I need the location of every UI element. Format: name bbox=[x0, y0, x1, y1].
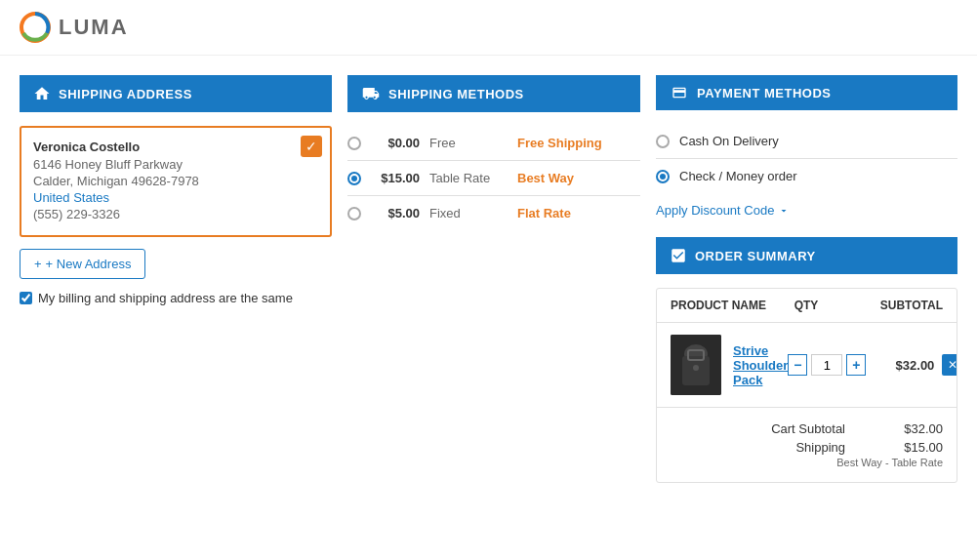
luma-logo-icon bbox=[20, 12, 51, 43]
shipping-total-row: Shipping $15.00 bbox=[671, 438, 943, 457]
shipping-address-header: SHIPPING ADDRESS bbox=[20, 75, 332, 112]
shipping-price-fixed: $5.00 bbox=[371, 206, 420, 220]
address-name: Veronica Costello bbox=[33, 140, 318, 154]
shipping-radio-fixed[interactable] bbox=[347, 207, 361, 220]
payment-methods-header: PAYMENT METHODS bbox=[656, 75, 957, 110]
shipping-detail: Best Way - Table Rate bbox=[836, 457, 943, 468]
shipping-price-free: $0.00 bbox=[371, 136, 420, 150]
payment-methods-list: Cash On Delivery Check / Money order bbox=[656, 124, 957, 193]
credit-card-icon bbox=[670, 85, 689, 100]
order-table: PRODUCT NAME QTY SUBTOTAL bbox=[656, 288, 957, 483]
billing-same-checkbox[interactable] bbox=[20, 292, 32, 304]
remove-item-button[interactable]: ✕ bbox=[942, 354, 957, 376]
qty-input[interactable] bbox=[811, 354, 842, 376]
new-address-button[interactable]: + + New Address bbox=[20, 249, 145, 279]
payment-label-cod: Cash On Delivery bbox=[679, 134, 779, 148]
col-product-name: PRODUCT NAME bbox=[671, 299, 767, 312]
address-country: United States bbox=[33, 190, 318, 205]
shipping-method-table[interactable]: $15.00 Table Rate Best Way bbox=[347, 161, 640, 196]
shipping-type-table: Table Rate bbox=[429, 171, 508, 185]
shipping-methods-section: SHIPPING METHODS $0.00 Free Free Shippin… bbox=[347, 75, 640, 230]
cart-subtotal-value: $32.00 bbox=[884, 421, 943, 436]
address-city-state: Calder, Michigan 49628-7978 bbox=[33, 174, 318, 188]
payment-methods-section: PAYMENT METHODS Cash On Delivery Check /… bbox=[656, 75, 957, 483]
shipping-method-fixed[interactable]: $5.00 Fixed Flat Rate bbox=[347, 196, 640, 230]
shipping-radio-free[interactable] bbox=[347, 137, 361, 150]
shipping-name-free: Free Shipping bbox=[517, 136, 602, 150]
home-icon bbox=[33, 85, 51, 102]
order-table-header: PRODUCT NAME QTY SUBTOTAL bbox=[657, 289, 957, 323]
qty-increase-button[interactable]: + bbox=[846, 354, 866, 376]
cart-subtotal-label: Cart Subtotal bbox=[771, 421, 845, 436]
item-subtotal: $32.00 bbox=[896, 358, 935, 373]
cart-subtotal-row: Cart Subtotal $32.00 bbox=[671, 420, 943, 438]
brand-name: LUMA bbox=[59, 15, 129, 40]
shipping-type-free: Free bbox=[429, 136, 508, 150]
product-name-link[interactable]: Strive Shoulder Pack bbox=[733, 343, 788, 387]
order-summary-header: ORDER SUMMARY bbox=[656, 237, 957, 274]
col-subtotal: SUBTOTAL bbox=[845, 299, 943, 312]
chevron-down-icon bbox=[778, 205, 790, 217]
table-row: Strive Shoulder Pack − + $32.00 ✕ bbox=[657, 323, 957, 408]
qty-decrease-button[interactable]: − bbox=[788, 354, 807, 376]
payment-check[interactable]: Check / Money order bbox=[656, 159, 957, 193]
address-card[interactable]: ✓ Veronica Costello 6146 Honey Bluff Par… bbox=[20, 126, 332, 237]
payment-radio-cod[interactable] bbox=[656, 135, 670, 148]
address-selected-check: ✓ bbox=[301, 136, 322, 157]
apply-discount-btn[interactable]: Apply Discount Code bbox=[656, 203, 957, 218]
order-summary-section: ORDER SUMMARY PRODUCT NAME QTY SUBTOTAL bbox=[656, 237, 957, 483]
product-image bbox=[671, 335, 721, 395]
payment-label-check: Check / Money order bbox=[679, 169, 797, 183]
shipping-address-section: SHIPPING ADDRESS ✓ Veronica Costello 614… bbox=[20, 75, 332, 305]
shipping-type-fixed: Fixed bbox=[429, 206, 508, 220]
qty-cell: − + bbox=[788, 354, 866, 376]
top-bar: LUMA bbox=[0, 0, 977, 56]
shipping-price-table: $15.00 bbox=[371, 171, 420, 185]
truck-icon bbox=[361, 85, 381, 102]
address-street: 6146 Honey Bluff Parkway bbox=[33, 157, 318, 172]
shipping-label: Shipping bbox=[795, 440, 845, 455]
shipping-method-free[interactable]: $0.00 Free Free Shipping bbox=[347, 126, 640, 161]
shipping-value: $15.00 bbox=[884, 440, 943, 455]
billing-same-row: My billing and shipping address are the … bbox=[20, 291, 332, 305]
shipping-methods-list: $0.00 Free Free Shipping $15.00 Table Ra… bbox=[347, 126, 640, 230]
col-qty: QTY bbox=[767, 299, 845, 312]
shipping-radio-table[interactable] bbox=[347, 172, 361, 185]
product-cell: Strive Shoulder Pack bbox=[671, 335, 788, 395]
shipping-name-table: Best Way bbox=[517, 171, 574, 185]
order-totals: Cart Subtotal $32.00 Shipping $15.00 Bes… bbox=[657, 408, 957, 482]
payment-cod[interactable]: Cash On Delivery bbox=[656, 124, 957, 159]
shipping-methods-header: SHIPPING METHODS bbox=[347, 75, 640, 112]
order-check-icon bbox=[670, 247, 687, 264]
address-phone: (555) 229-3326 bbox=[33, 207, 318, 221]
billing-same-label: My billing and shipping address are the … bbox=[38, 291, 293, 305]
plus-icon: + bbox=[34, 257, 42, 271]
shipping-name-fixed: Flat Rate bbox=[517, 206, 571, 220]
payment-radio-check[interactable] bbox=[656, 170, 670, 183]
svg-point-5 bbox=[693, 365, 699, 371]
